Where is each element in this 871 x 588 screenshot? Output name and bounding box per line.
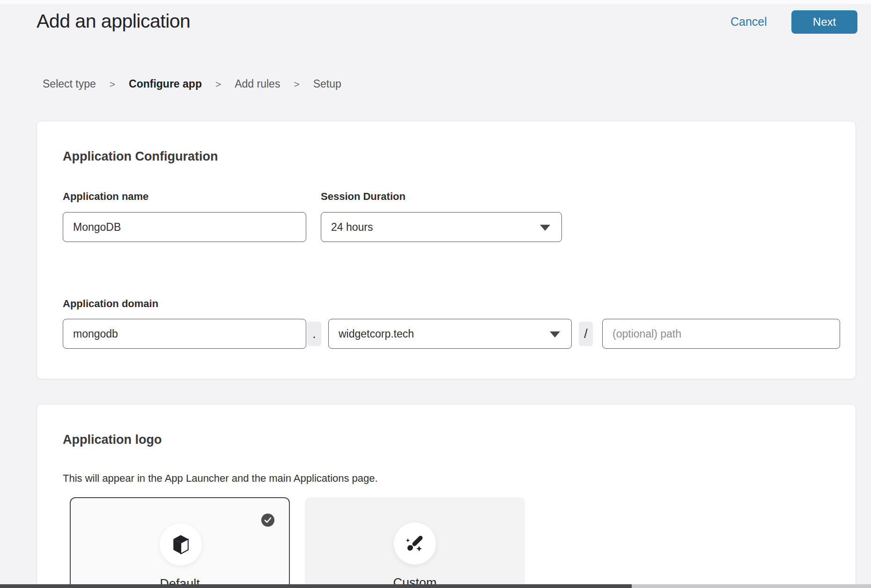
- breadcrumb-separator: >: [215, 79, 221, 90]
- cancel-button[interactable]: Cancel: [731, 15, 767, 29]
- logo-card-description: This will appear in the App Launcher and…: [63, 472, 378, 485]
- config-card-heading: Application Configuration: [63, 149, 218, 164]
- application-logo-card: Application logo This will appear in the…: [37, 404, 856, 588]
- subdomain-input[interactable]: [63, 319, 306, 349]
- session-duration-value: 24 hours: [331, 221, 373, 234]
- application-name-label: Application name: [63, 191, 148, 203]
- check-icon: [261, 514, 274, 527]
- breadcrumb: Select type > Configure app > Add rules …: [43, 78, 341, 90]
- application-name-input[interactable]: [63, 212, 306, 242]
- video-progress-track[interactable]: [0, 584, 871, 588]
- chevron-down-icon: [540, 225, 550, 231]
- logo-option-custom[interactable]: Custom: [305, 497, 525, 588]
- step-add-rules[interactable]: Add rules: [235, 78, 280, 90]
- dot-separator: .: [307, 322, 321, 346]
- page: { "header": { "title": "Add an applicati…: [0, 0, 871, 588]
- logo-card-heading: Application logo: [63, 433, 162, 447]
- logo-option-default[interactable]: Default: [70, 497, 290, 588]
- path-input[interactable]: [602, 319, 840, 349]
- slash-separator: /: [579, 322, 593, 346]
- breadcrumb-separator: >: [294, 79, 299, 90]
- domain-select[interactable]: widgetcorp.tech: [328, 319, 572, 349]
- window-top-strip: [0, 0, 871, 4]
- breadcrumb-separator: >: [110, 79, 115, 90]
- session-duration-label: Session Duration: [321, 191, 406, 203]
- video-progress-fill: [0, 584, 632, 588]
- step-configure-app[interactable]: Configure app: [129, 78, 202, 90]
- paintbrush-icon: [405, 533, 425, 554]
- step-setup[interactable]: Setup: [313, 78, 341, 90]
- chevron-down-icon: [550, 331, 560, 338]
- default-logo-circle: [160, 523, 202, 566]
- custom-logo-circle: [394, 522, 436, 565]
- page-title: Add an application: [37, 10, 190, 32]
- cube-icon: [173, 535, 189, 554]
- domain-select-value: widgetcorp.tech: [339, 328, 414, 340]
- step-select-type[interactable]: Select type: [43, 78, 96, 90]
- session-duration-select[interactable]: 24 hours: [321, 212, 562, 242]
- application-configuration-card: Application Configuration Application na…: [37, 121, 856, 379]
- application-domain-label: Application domain: [63, 298, 158, 310]
- next-button[interactable]: Next: [791, 10, 857, 34]
